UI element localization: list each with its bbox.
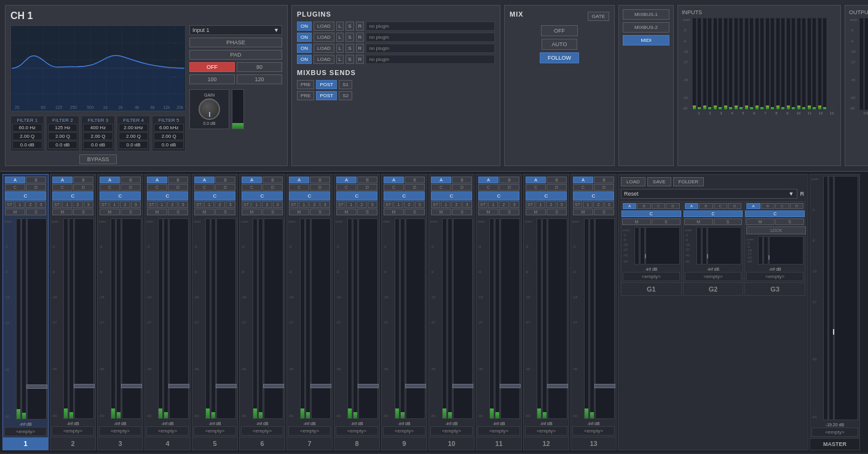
ch7-c-btn[interactable]: C [289, 184, 309, 191]
ch7-c-main-btn[interactable]: C [289, 191, 330, 201]
ch1-n1-btn[interactable]: 1 [15, 201, 25, 208]
G2-fader-handle[interactable] [707, 254, 708, 258]
ch9-fader-track[interactable] [406, 218, 425, 419]
ch3-number[interactable]: 3 [98, 437, 143, 450]
G3-fader-track[interactable] [769, 236, 803, 265]
plugin-load-3[interactable]: LOAD [314, 44, 334, 53]
ch8-number[interactable]: 8 [334, 437, 379, 450]
G3-b-btn[interactable]: B [761, 203, 775, 209]
ch10-fader[interactable]: over -3 -9 -18 -27 -45 -60 [429, 217, 474, 420]
master-fader[interactable]: over -3 -9 -18 -27 -45 -60 [810, 175, 859, 421]
ch4-n3-btn[interactable]: 3 [178, 201, 188, 208]
ch5-fader-handle[interactable] [216, 384, 237, 388]
ch12-n1-btn[interactable]: 1 [535, 201, 545, 208]
ch4-s-btn[interactable]: S [168, 209, 188, 215]
ch8-b-btn[interactable]: B [357, 177, 377, 183]
filter-5[interactable]: FILTER 5 6.00 kHz 2.00 Q 0.0 dB [152, 116, 186, 151]
ch3-c-main-btn[interactable]: C [100, 191, 141, 201]
ch7-name[interactable]: <empty> [288, 426, 331, 436]
ch1-fader-track[interactable] [27, 218, 47, 420]
ch9-c-btn[interactable]: C [384, 184, 404, 191]
ch4-fader-handle[interactable] [168, 384, 189, 388]
ch5-c-main-btn[interactable]: C [194, 191, 235, 201]
G3-m-btn[interactable]: M [746, 218, 775, 225]
filter-2[interactable]: FILTER 2 125 Hz 2.00 Q 0.0 dB [46, 116, 80, 151]
ch8-d-btn[interactable]: D [357, 184, 377, 191]
ch10-fader-handle[interactable] [452, 384, 473, 388]
ch12-a-btn[interactable]: A [526, 177, 546, 183]
ch13-name[interactable]: <empty> [572, 426, 615, 436]
ch13-c-main-btn[interactable]: C [573, 191, 614, 201]
s1-button[interactable]: S1 [339, 80, 352, 89]
G3-fader[interactable]: over -3 -9 -18 -27 -45 -60 [745, 235, 805, 266]
folder-button[interactable]: FOLDER [673, 177, 704, 186]
ch2-s-btn[interactable]: S [73, 209, 93, 215]
G3-d-btn[interactable]: D [790, 203, 803, 209]
val-120[interactable]: 120 [237, 74, 282, 84]
ch12-n3-btn[interactable]: 3 [557, 201, 567, 208]
ch13-b-btn[interactable]: B [594, 177, 614, 183]
G1-m-btn[interactable]: M [622, 218, 651, 225]
ch2-m-btn[interactable]: M [52, 209, 73, 215]
ch6-number[interactable]: 6 [240, 437, 285, 450]
ch12-fader[interactable]: over -3 -9 -18 -27 -45 -60 [524, 217, 569, 420]
ch3-n2-btn[interactable]: 2 [120, 201, 130, 208]
ch10-c-btn[interactable]: C [431, 184, 451, 191]
ch6-fader-track[interactable] [264, 218, 283, 419]
ch5-m-btn[interactable]: M [194, 209, 215, 215]
ch11-n2-btn[interactable]: 2 [499, 201, 508, 208]
ch1-s-btn[interactable]: S [26, 209, 46, 215]
ch11-number[interactable]: 11 [476, 437, 521, 450]
filter-3[interactable]: FILTER 3 400 Hz 2.00 Q 0.0 dB [81, 116, 115, 151]
G2-c2-btn[interactable]: C [714, 203, 727, 209]
gate-button[interactable]: GATE [588, 12, 609, 21]
ch5-n2-btn[interactable]: 2 [215, 201, 224, 208]
plugin-l-2[interactable]: L [336, 33, 344, 42]
ch6-name[interactable]: <empty> [241, 426, 283, 436]
filter-4[interactable]: FILTER 4 2.00 kHz 2.00 Q 0.0 dB [117, 116, 151, 151]
ch7-a-btn[interactable]: A [289, 177, 309, 183]
ch10-a-btn[interactable]: A [431, 177, 451, 183]
plugin-l-3[interactable]: L [336, 44, 344, 53]
ch13-d-btn[interactable]: D [594, 184, 614, 191]
load-button[interactable]: LOAD [621, 177, 645, 186]
G3-c2-btn[interactable]: C [775, 203, 789, 209]
off-button[interactable]: OFF [189, 62, 235, 72]
ch2-c-main-btn[interactable]: C [52, 191, 93, 201]
plugin-on-4[interactable]: ON [297, 55, 312, 64]
ch8-a-btn[interactable]: A [336, 177, 357, 183]
ch3-n1-btn[interactable]: 1 [109, 201, 119, 208]
ch5-number[interactable]: 5 [192, 437, 237, 450]
master-name[interactable]: <empty> [811, 428, 858, 437]
ch11-a-btn[interactable]: A [478, 177, 499, 183]
ch2-fader[interactable]: over -3 -9 -18 -27 -45 -60 [50, 217, 95, 420]
plugin-load-1[interactable]: LOAD [314, 22, 334, 31]
ch2-c-btn[interactable]: C [52, 184, 73, 191]
ch2-d-btn[interactable]: D [73, 184, 93, 191]
ch6-n1-btn[interactable]: 1 [251, 201, 261, 208]
plugin-s-1[interactable]: S [345, 22, 353, 31]
ch3-st-btn[interactable]: ST [100, 201, 109, 208]
ch10-d-btn[interactable]: D [452, 184, 472, 191]
ch6-fader-handle[interactable] [263, 384, 284, 388]
ch5-c-btn[interactable]: C [194, 184, 215, 191]
ch10-fader-track[interactable] [453, 218, 473, 419]
G1-c-btn[interactable]: C [621, 210, 681, 217]
reset-select[interactable]: Reset ▼ [621, 189, 797, 199]
G2-d-btn[interactable]: D [728, 203, 741, 209]
ch11-c-btn[interactable]: C [478, 184, 499, 191]
plugin-load-4[interactable]: LOAD [314, 55, 334, 64]
ch1-a-btn[interactable]: A [5, 177, 25, 183]
ch5-b-btn[interactable]: B [215, 177, 235, 183]
ch2-n2-btn[interactable]: 2 [73, 201, 82, 208]
ch11-s-btn[interactable]: S [499, 209, 519, 215]
ch4-c-btn[interactable]: C [147, 184, 167, 191]
val-100[interactable]: 100 [189, 74, 235, 84]
ch3-a-btn[interactable]: A [100, 177, 120, 183]
input-select[interactable]: Input 1 ▼ [189, 25, 282, 35]
ch8-name[interactable]: <empty> [336, 426, 378, 436]
plugin-s-2[interactable]: S [345, 33, 353, 42]
ch3-fader-handle[interactable] [121, 384, 142, 388]
ch2-name[interactable]: <empty> [52, 426, 94, 436]
ch1-name[interactable]: <empty> [4, 427, 47, 436]
